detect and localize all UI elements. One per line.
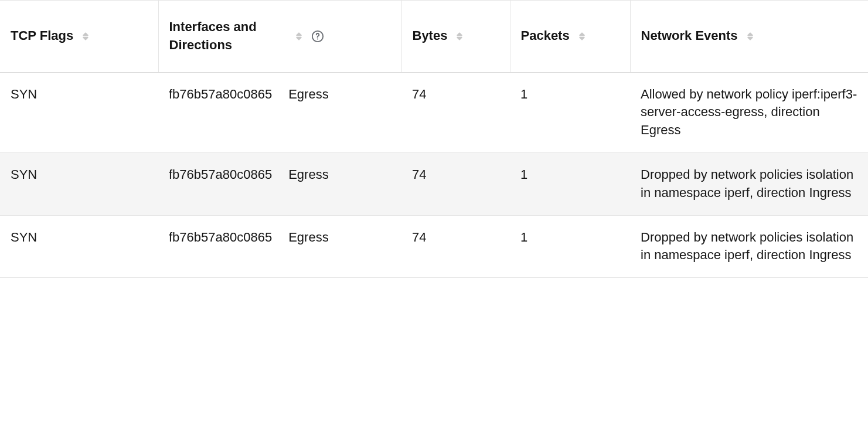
table-row[interactable]: SYN fb76b57a80c0865 Egress 74 1 Dropped … [0,152,868,215]
table-body: SYN fb76b57a80c0865 Egress 74 1 Allowed … [0,72,868,278]
cell-interface: fb76b57a80c0865 Egress [158,72,401,152]
cell-event: Dropped by network policies isolation in… [630,152,868,215]
table-header-row: TCP Flags Interfaces and Directions [0,1,868,73]
cell-bytes: 74 [401,215,510,278]
cell-packets: 1 [510,72,630,152]
network-flows-table: TCP Flags Interfaces and Directions [0,0,868,278]
col-header-bytes[interactable]: Bytes [401,1,510,73]
col-header-label: Packets [521,27,570,45]
sort-icon[interactable] [294,31,304,42]
col-header-label: Network Events [641,27,738,45]
col-header-tcp-flags[interactable]: TCP Flags [0,1,158,73]
cell-packets: 1 [510,215,630,278]
interface-name: fb76b57a80c0865 [169,229,272,247]
cell-event: Dropped by network policies isolation in… [630,215,868,278]
help-icon[interactable] [311,30,324,43]
interface-name: fb76b57a80c0865 [169,86,272,104]
cell-interface: fb76b57a80c0865 Egress [158,152,401,215]
col-header-interfaces[interactable]: Interfaces and Directions [158,1,401,73]
sort-icon[interactable] [454,31,465,42]
cell-tcp-flags: SYN [0,152,158,215]
event-text: Dropped by network policies isolation in… [641,229,857,265]
interface-direction: Egress [288,86,328,104]
col-header-events[interactable]: Network Events [630,1,868,73]
cell-bytes: 74 [401,72,510,152]
sort-icon[interactable] [80,31,91,42]
cell-interface: fb76b57a80c0865 Egress [158,215,401,278]
col-header-packets[interactable]: Packets [510,1,630,73]
cell-packets: 1 [510,152,630,215]
table-row[interactable]: SYN fb76b57a80c0865 Egress 74 1 Allowed … [0,72,868,152]
interface-direction: Egress [288,166,328,184]
svg-point-1 [316,38,318,39]
interface-direction: Egress [288,229,328,247]
event-text: Dropped by network policies isolation in… [641,166,857,202]
cell-bytes: 74 [401,152,510,215]
col-header-label: Interfaces and Directions [169,18,287,55]
interface-name: fb76b57a80c0865 [169,166,272,184]
sort-icon[interactable] [745,31,755,42]
cell-tcp-flags: SYN [0,215,158,278]
col-header-label: TCP Flags [11,27,73,45]
col-header-label: Bytes [413,27,448,45]
cell-tcp-flags: SYN [0,72,158,152]
event-text: Allowed by network policy iperf:iperf3-s… [641,86,857,140]
sort-icon[interactable] [577,31,587,42]
cell-event: Allowed by network policy iperf:iperf3-s… [630,72,868,152]
table-row[interactable]: SYN fb76b57a80c0865 Egress 74 1 Dropped … [0,215,868,278]
